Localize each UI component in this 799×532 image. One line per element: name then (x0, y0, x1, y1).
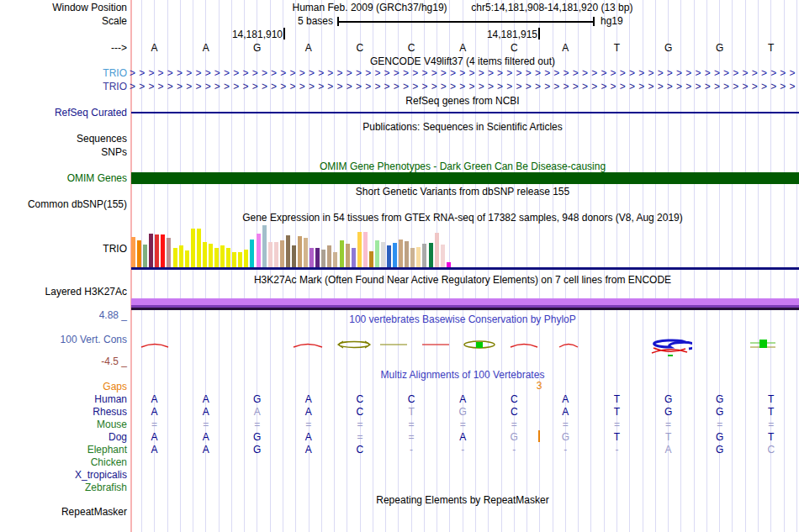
multiz-species-label-elephant[interactable]: Elephant (0, 444, 127, 456)
gtex-gene-label[interactable]: TRIO (0, 243, 127, 255)
multiz-base: A (562, 393, 569, 405)
multiz-base: T (408, 406, 414, 418)
conservation-mark-red-arc (558, 336, 579, 360)
h3k27ac-signal-bar-dark (131, 308, 799, 310)
gap-insert-marker (538, 430, 540, 442)
reference-base: T (614, 42, 620, 54)
conservation-mark-red-arc (509, 336, 539, 360)
multiz-base: C (357, 406, 364, 418)
dbsnp-track-title: Short Genetic Variants from dbSNP releas… (129, 186, 796, 198)
multiz-base: G (664, 406, 672, 418)
gtex-tissue-bar (387, 245, 391, 267)
reference-base: A (459, 42, 466, 54)
gtex-track-title: Gene Expression in 54 tissues from GTEx … (129, 212, 796, 224)
reference-base: C (357, 42, 364, 54)
multiz-base: C (511, 406, 518, 418)
gtex-tissue-bar (399, 240, 403, 267)
h3k27ac-signal-bar[interactable] (131, 298, 799, 305)
refseq-track-title: RefSeq genes from NCBI (129, 95, 796, 107)
multiz-base: C (357, 444, 364, 456)
window-coordinates: chr5:14,181,908-14,181,920 (13 bp) (471, 2, 632, 13)
multiz-base: C (408, 393, 415, 405)
gtex-tissue-bar (435, 233, 439, 267)
scale-bar-right-tick (593, 17, 595, 26)
multiz-base: = (460, 419, 466, 430)
gtex-tissue-bar (220, 245, 225, 267)
layered-h3k27ac-label[interactable]: Layered H3K27Ac (0, 286, 127, 298)
gene-label-trio-1[interactable]: TRIO (0, 67, 127, 79)
common-dbsnp-label[interactable]: Common dbSNP(155) (0, 198, 127, 210)
gtex-tissue-bar (416, 247, 421, 267)
gtex-tissue-bar (352, 248, 356, 267)
multiz-species-label-chicken[interactable]: Chicken (0, 456, 127, 468)
coordinate-right-tick (538, 28, 540, 40)
multiz-base: = (151, 419, 157, 430)
gap-size-annotation: 3 (537, 380, 542, 392)
multiz-base: G (664, 393, 672, 405)
multiz-species-label-dog[interactable]: Dog (0, 431, 127, 443)
gtex-tissue-bar (333, 252, 337, 267)
multiz-base: T (768, 393, 774, 405)
multiz-base: G (562, 431, 569, 443)
reference-base: A (305, 42, 312, 54)
gene-trio-1-arrows[interactable]: >>>>>>>>>>>>>>>>>>>>>>>>>>>>>>>>>>>>>>>>… (130, 67, 799, 79)
multiz-gaps-label[interactable]: Gaps (0, 381, 127, 392)
gtex-tissue-bar (173, 248, 177, 267)
multiz-species-label-zebrafish[interactable]: Zebrafish (0, 482, 127, 493)
refseq-gene-line[interactable] (131, 112, 799, 113)
scale-bar (337, 21, 594, 23)
repeatmasker-label[interactable]: RepeatMasker (0, 506, 127, 518)
conservation-mark-olive-green (462, 336, 497, 360)
multiz-species-label-rhesus[interactable]: Rhesus (0, 406, 127, 418)
multiz-base: - (461, 444, 464, 456)
omim-gene-bar[interactable] (131, 172, 799, 184)
multiz-base: G (253, 444, 261, 456)
gtex-tissue-bar (274, 242, 278, 267)
multiz-species-label-mouse[interactable]: Mouse (0, 419, 127, 430)
omim-genes-label[interactable]: OMIM Genes (0, 172, 127, 184)
gtex-tissue-bar (369, 251, 373, 267)
gene-trio-2-arrows[interactable]: >>>>>>>>>>>>>>>>>>>>>>>>>>>>>>>>>>>>>>>>… (130, 81, 799, 92)
scale-label: Scale (0, 15, 127, 27)
gtex-tissue-bar (357, 232, 362, 267)
gtex-tissue-bar (441, 245, 445, 267)
gtex-tissue-bar (321, 250, 325, 267)
scale-value: 5 bases (129, 15, 333, 27)
reference-base: A (151, 42, 158, 54)
chromosome-label (0, 29, 127, 40)
genome-browser-image: Window Position Human Feb. 2009 (GRCh37/… (0, 0, 799, 532)
multiz-base: C (357, 393, 364, 405)
multiz-base: T (768, 431, 774, 443)
multiz-base: = (409, 431, 415, 443)
reference-base: G (253, 42, 261, 54)
multiz-base: = (357, 419, 362, 430)
gtex-tissue-bar (226, 248, 230, 267)
multiz-base: = (614, 419, 620, 430)
multiz-species-label-x_tropicalis[interactable]: X_tropicalis (0, 469, 127, 481)
conservation-mark-blue-swirl (648, 336, 692, 360)
snps-track-label[interactable]: SNPs (0, 146, 127, 158)
coordinate-left: 14,181,910 (156, 29, 283, 40)
multiz-base: C (511, 393, 518, 405)
multiz-base: A (305, 393, 312, 405)
window-position-label: Window Position (0, 2, 127, 13)
gene-label-trio-2[interactable]: TRIO (0, 81, 127, 92)
multiz-base: G (716, 406, 723, 418)
multiz-base: A (459, 393, 466, 405)
refseq-curated-label[interactable]: RefSeq Curated (0, 107, 127, 119)
multiz-base: A (305, 431, 312, 443)
gtex-tissue-bar (191, 229, 195, 267)
gtex-tissue-bar (161, 234, 165, 267)
multiz-base: A (151, 406, 158, 418)
conservation-mark-olive-line (378, 336, 409, 360)
multiz-base: A (305, 444, 312, 456)
reference-base: A (203, 42, 209, 54)
multiz-base: A (203, 393, 209, 405)
reference-base: T (768, 42, 774, 54)
multiz-base: A (151, 431, 158, 443)
conservation-mark-red-line (421, 336, 451, 360)
multiz-base: A (459, 431, 466, 443)
sequences-track-label[interactable]: Sequences (0, 133, 127, 145)
multiz-species-label-human[interactable]: Human (0, 393, 127, 405)
conservation-track-label[interactable]: 100 Vert. Cons (0, 334, 127, 345)
